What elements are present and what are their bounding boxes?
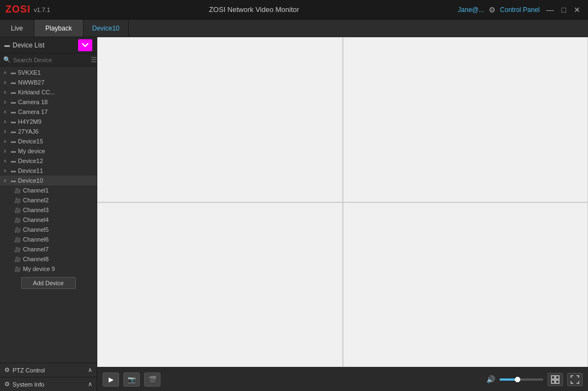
video-grid bbox=[97, 37, 588, 367]
minimize-button[interactable]: — bbox=[544, 5, 556, 14]
play-button[interactable]: ▶ bbox=[103, 372, 119, 387]
chevron-icon: ∧ bbox=[3, 80, 9, 85]
svg-rect-3 bbox=[556, 380, 559, 383]
chevron-icon: ∧ bbox=[3, 70, 9, 75]
chevron-icon: ∧ bbox=[3, 129, 9, 134]
camera-icon: 🎥 bbox=[14, 188, 21, 194]
user-name[interactable]: Jane@... bbox=[458, 6, 484, 14]
dvr-device-icon: ▬ bbox=[11, 89, 16, 95]
logo: ZOSI bbox=[5, 4, 31, 15]
dvr-device-icon: ▬ bbox=[11, 139, 16, 144]
list-item-channel4[interactable]: 🎥 Channel4 bbox=[0, 215, 97, 225]
camera-icon: 🎥 bbox=[14, 237, 21, 243]
control-panel-link[interactable]: Control Panel bbox=[500, 6, 540, 14]
list-item[interactable]: ∧ ▬ 27YAJ6 bbox=[0, 127, 97, 136]
list-item-channel2[interactable]: 🎥 Channel2 bbox=[0, 195, 97, 205]
list-item[interactable]: ∧ ▬ 5VKXE1 bbox=[0, 68, 97, 77]
dropdown-button[interactable] bbox=[78, 39, 92, 51]
collapse-icon: ∧ bbox=[88, 381, 92, 388]
video-cell-2 bbox=[343, 37, 589, 202]
dvr-device-icon: ▬ bbox=[11, 129, 16, 134]
dvr-device-icon: ▬ bbox=[11, 148, 16, 154]
dvr-device-icon: ▬ bbox=[11, 70, 16, 75]
tab-device10[interactable]: Device10 bbox=[84, 20, 129, 37]
snapshot-button[interactable]: 📷 bbox=[123, 372, 140, 387]
chevron-down-icon bbox=[82, 43, 88, 47]
list-item-channel8[interactable]: 🎥 Channel8 bbox=[0, 254, 97, 264]
record-button[interactable]: 🎬 bbox=[144, 372, 161, 387]
maximize-button[interactable]: □ bbox=[560, 5, 568, 14]
camera-icon: 🎥 bbox=[14, 246, 21, 252]
close-button[interactable]: ✕ bbox=[572, 5, 583, 14]
camera-icon: 🎥 bbox=[14, 207, 21, 213]
ptz-control-section[interactable]: ⚙ PTZ Control ∧ bbox=[0, 363, 97, 377]
camera-icon: 🎥 bbox=[14, 197, 21, 203]
search-icon: 🔍 bbox=[3, 56, 11, 63]
camera-icon: 🎥 bbox=[14, 266, 21, 272]
dvr-device-icon: ▬ bbox=[11, 168, 16, 173]
list-item-channel7[interactable]: 🎥 Channel7 bbox=[0, 244, 97, 254]
dvr-device-icon: ▬ bbox=[11, 109, 16, 115]
system-info-section[interactable]: ⚙ System Info ∧ bbox=[0, 377, 97, 391]
app-title: ZOSI Network Video Monitor bbox=[209, 5, 299, 14]
list-item[interactable]: ∧ ▬ H4Y2M9 bbox=[0, 117, 97, 127]
svg-rect-0 bbox=[551, 376, 555, 379]
list-item-channel1[interactable]: 🎥 Channel1 bbox=[0, 185, 97, 195]
list-item[interactable]: ∧ ▬ Device12 bbox=[0, 156, 97, 166]
titlebar-left: ZOSI v1.7.1 bbox=[5, 4, 50, 15]
dvr-device-icon: ▬ bbox=[11, 158, 16, 164]
list-item-channel5[interactable]: 🎥 Channel5 bbox=[0, 225, 97, 234]
svg-rect-2 bbox=[551, 380, 555, 383]
chevron-icon: ∧ bbox=[3, 158, 9, 164]
fullscreen-button[interactable] bbox=[567, 373, 583, 386]
list-item-mydevice9[interactable]: 🎥 My device 9 bbox=[0, 264, 97, 274]
chevron-icon: ∧ bbox=[3, 109, 9, 115]
list-view-button[interactable]: ☰ bbox=[91, 56, 97, 64]
list-item[interactable]: ∧ ▬ Kirkland CC... bbox=[0, 87, 97, 97]
dvr-device-icon: ▬ bbox=[11, 119, 16, 124]
list-item-device10[interactable]: ∨ ▬ Device10 bbox=[0, 176, 97, 185]
list-item[interactable]: ∧ ▬ My device bbox=[0, 146, 97, 156]
list-item[interactable]: ∧ ▬ Camera 18 bbox=[0, 97, 97, 107]
volume-slider[interactable] bbox=[500, 378, 543, 381]
window-controls: — □ ✕ bbox=[544, 5, 583, 14]
titlebar-right: Jane@... ⚙ Control Panel — □ ✕ bbox=[458, 5, 583, 14]
list-item-channel6[interactable]: 🎥 Channel6 bbox=[0, 234, 97, 244]
svg-rect-1 bbox=[556, 376, 559, 379]
search-bar: 🔍 ☰ bbox=[0, 53, 97, 67]
list-item[interactable]: ∧ ▬ Device11 bbox=[0, 166, 97, 176]
chevron-icon: ∧ bbox=[3, 148, 9, 154]
dvr-icon: ▬ bbox=[4, 42, 10, 48]
list-item[interactable]: ∧ ▬ Device15 bbox=[0, 136, 97, 146]
right-controls: 🔊 bbox=[486, 373, 583, 386]
playback-controls: ▶ 📷 🎬 bbox=[103, 372, 161, 387]
tab-playback[interactable]: Playback bbox=[34, 20, 84, 37]
dvr-device-icon: ▬ bbox=[11, 178, 16, 183]
gear-icon[interactable]: ⚙ bbox=[489, 5, 496, 14]
settings-icon: ⚙ bbox=[4, 366, 10, 374]
grid-layout-button[interactable] bbox=[548, 373, 563, 386]
video-cell-3 bbox=[97, 202, 343, 368]
camera-icon: 🎥 bbox=[14, 256, 21, 262]
sidebar: ▬ Device List 🔍 ☰ ∧ ▬ 5VKXE1 bbox=[0, 37, 97, 391]
collapse-icon: ∧ bbox=[88, 366, 92, 374]
video-cell-4 bbox=[343, 202, 589, 368]
camera-icon: 🎥 bbox=[14, 217, 21, 223]
list-item[interactable]: ∧ ▬ NWWB27 bbox=[0, 77, 97, 87]
chevron-icon: ∧ bbox=[3, 99, 9, 105]
info-icon: ⚙ bbox=[4, 381, 10, 388]
tabbar: Live Playback Device10 bbox=[0, 20, 588, 37]
bottom-bar: ▶ 📷 🎬 🔊 bbox=[97, 367, 588, 391]
chevron-icon: ∧ bbox=[3, 139, 9, 144]
list-item-channel3[interactable]: 🎥 Channel3 bbox=[0, 205, 97, 215]
chevron-down-icon: ∨ bbox=[3, 178, 9, 183]
add-device-button[interactable]: Add Device bbox=[21, 277, 76, 289]
device-list-label: ▬ Device List bbox=[4, 41, 45, 49]
list-item[interactable]: ∧ ▬ Camera 17 bbox=[0, 107, 97, 117]
dvr-device-icon: ▬ bbox=[11, 99, 16, 105]
device-tree: ∧ ▬ 5VKXE1 ∧ ▬ NWWB27 ∧ ▬ Kirkland CC...… bbox=[0, 67, 97, 363]
grid-icon bbox=[551, 375, 560, 384]
main-layout: ▬ Device List 🔍 ☰ ∧ ▬ 5VKXE1 bbox=[0, 37, 588, 391]
search-input[interactable] bbox=[13, 57, 88, 63]
tab-live[interactable]: Live bbox=[0, 20, 34, 37]
